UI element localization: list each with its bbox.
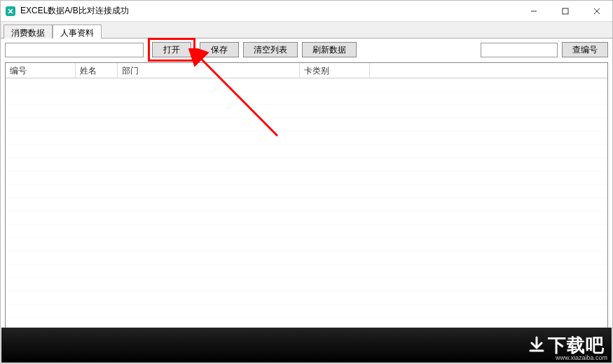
column-header-name[interactable]: 姓名 (76, 63, 118, 78)
search-id-button[interactable]: 查编号 (562, 42, 608, 57)
tab-consume-data[interactable]: 消费数据 (4, 24, 53, 38)
app-icon (5, 6, 16, 17)
toolbar: 打开 保存 清空列表 刷新数据 查编号 (1, 38, 612, 61)
footer-bar: 下载吧 www.xiazaiba.com (1, 328, 612, 363)
refresh-data-button[interactable]: 刷新数据 (302, 42, 357, 57)
save-button[interactable]: 保存 (200, 42, 239, 57)
annotation-highlight: 打开 (148, 38, 195, 62)
tab-bar: 消费数据 人事资料 (1, 22, 612, 38)
window-controls (518, 1, 612, 21)
search-id-input[interactable] (481, 43, 558, 57)
maximize-icon (562, 8, 569, 15)
column-header-card[interactable]: 卡类别 (300, 63, 370, 78)
maximize-button[interactable] (549, 1, 581, 21)
open-button[interactable]: 打开 (152, 42, 191, 57)
close-button[interactable] (581, 1, 612, 21)
brand-url: www.xiazaiba.com (556, 354, 607, 361)
close-icon (593, 8, 600, 15)
tab-hr-data[interactable]: 人事资料 (53, 24, 102, 38)
grid-header: 编号 姓名 部门 卡类别 (6, 63, 607, 78)
file-path-input[interactable] (5, 43, 144, 57)
minimize-icon (530, 8, 537, 15)
grid-body[interactable] (6, 78, 607, 332)
svg-rect-2 (563, 8, 568, 14)
titlebar: EXCEL数据A/B比对连接成功 (1, 1, 612, 22)
clear-list-button[interactable]: 清空列表 (243, 42, 298, 57)
column-header-id[interactable]: 编号 (6, 63, 76, 78)
minimize-button[interactable] (518, 1, 549, 21)
main-window: EXCEL数据A/B比对连接成功 消费数据 人事资料 打开 保存 清空列表 刷新… (0, 0, 613, 364)
data-grid: 编号 姓名 部门 卡类别 (5, 62, 608, 332)
column-header-dept[interactable]: 部门 (118, 63, 300, 78)
window-title: EXCEL数据A/B比对连接成功 (20, 5, 518, 17)
download-icon (527, 335, 546, 355)
